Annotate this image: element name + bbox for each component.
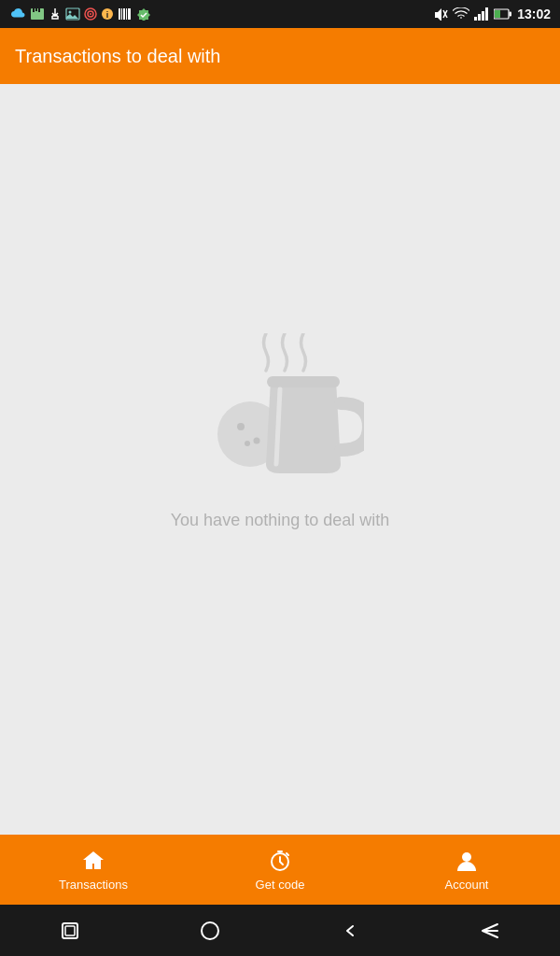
svg-line-32: [287, 853, 288, 855]
svg-rect-1: [33, 8, 35, 12]
svg-point-36: [202, 922, 218, 939]
nav-account-label: Account: [445, 878, 489, 892]
nav-item-account[interactable]: Account: [373, 848, 560, 892]
system-nav: [0, 905, 560, 956]
wifi-icon: [453, 7, 469, 21]
nav-getcode-label: Get code: [256, 878, 305, 892]
svg-rect-24: [510, 12, 512, 17]
svg-rect-21: [485, 7, 488, 21]
usb-icon: [49, 7, 62, 21]
menu-button[interactable]: [471, 912, 509, 949]
svg-point-5: [69, 11, 72, 14]
home-button[interactable]: [191, 912, 229, 949]
svg-rect-12: [121, 8, 122, 20]
svg-rect-31: [277, 851, 283, 852]
svg-point-27: [254, 437, 260, 443]
status-right: 13:02: [433, 7, 551, 21]
svg-rect-2: [35, 8, 37, 11]
battery-icon: [494, 8, 512, 20]
status-icons-left: i: [9, 7, 151, 21]
target-icon: [84, 7, 97, 21]
svg-rect-20: [482, 11, 484, 21]
recents-button[interactable]: [51, 912, 89, 949]
svg-point-33: [462, 852, 471, 862]
svg-rect-15: [128, 8, 131, 20]
svg-rect-29: [267, 376, 340, 387]
svg-rect-35: [65, 926, 75, 935]
image-icon: [65, 7, 80, 21]
svg-text:i: i: [106, 10, 109, 20]
svg-rect-23: [495, 10, 500, 18]
mute-icon: [433, 7, 448, 21]
svg-rect-18: [474, 17, 477, 21]
info-icon: i: [101, 7, 114, 21]
app-bar: Transactions to deal with: [0, 28, 560, 84]
home-icon: [80, 848, 106, 874]
main-content: You have nothing to deal with: [0, 84, 560, 835]
check-badge-icon: [136, 7, 151, 21]
signal-icon: [474, 7, 489, 21]
empty-state-message: You have nothing to deal with: [171, 511, 390, 530]
coffee-illustration: [196, 333, 364, 483]
svg-rect-3: [38, 8, 40, 12]
svg-point-8: [90, 13, 91, 15]
empty-state: You have nothing to deal with: [171, 333, 390, 530]
nav-item-transactions[interactable]: Transactions: [0, 848, 187, 892]
svg-rect-14: [126, 8, 127, 20]
timer-icon: [267, 848, 293, 874]
svg-rect-19: [478, 14, 481, 21]
barcode-icon: [118, 7, 133, 21]
page-title: Transactions to deal with: [15, 46, 220, 67]
back-button[interactable]: [331, 912, 369, 949]
coffee-svg: [196, 333, 364, 483]
clock-time: 13:02: [517, 7, 551, 21]
cloud-icon: [9, 7, 26, 21]
person-icon: [454, 848, 480, 874]
status-bar: i 13:02: [0, 0, 560, 28]
svg-rect-13: [123, 8, 125, 20]
svg-rect-11: [119, 8, 120, 20]
nav-transactions-label: Transactions: [59, 878, 128, 892]
svg-point-28: [245, 441, 250, 446]
sd-icon: [30, 7, 45, 21]
bottom-nav: Transactions Get code Account: [0, 835, 560, 905]
svg-point-26: [237, 423, 245, 430]
nav-item-getcode[interactable]: Get code: [187, 848, 373, 892]
